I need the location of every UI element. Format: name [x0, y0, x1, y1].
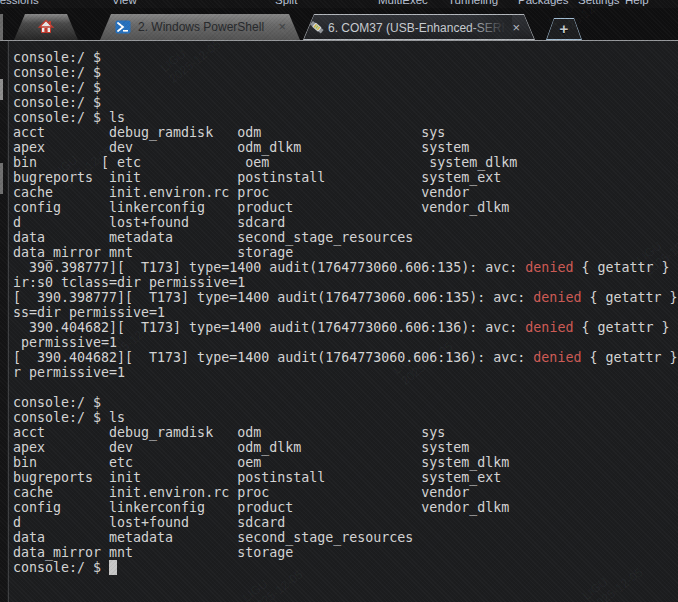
terminal-line: [ 390.404682][ T173] type=1400 audit(176…: [13, 350, 677, 365]
terminal-line: config linkerconfig product vendor_dlkm: [13, 200, 677, 215]
terminal-line: config linkerconfig product vendor_dlkm: [13, 500, 677, 515]
terminal-line: console:/ $: [13, 50, 677, 65]
serial-port-icon: [309, 19, 325, 35]
terminal-line: apex dev odm_dlkm system: [13, 440, 677, 455]
terminal-line: apex dev odm_dlkm system: [13, 140, 677, 155]
terminal-text: console:/ $console:/ $console:/ $console…: [13, 50, 677, 575]
tab-label: 2. Windows PowerShell: [138, 20, 264, 34]
terminal-line: d lost+found sdcard: [13, 515, 677, 530]
terminal-line: cache init.environ.rc proc vendor: [13, 485, 677, 500]
scrollbar-thumb[interactable]: [0, 79, 3, 100]
menu-item-tunneling[interactable]: Tunneling: [448, 0, 498, 6]
terminal-line: permissive=1: [13, 335, 677, 350]
menu-item-packages[interactable]: Packages: [518, 0, 569, 6]
close-icon[interactable]: ×: [278, 19, 286, 34]
terminal-line: cache init.environ.rc proc vendor: [13, 185, 677, 200]
terminal-line: [ 390.398777][ T173] type=1400 audit(176…: [13, 290, 677, 305]
terminal-line: data_mirror mnt storage: [13, 245, 677, 260]
terminal-line: [13, 380, 677, 395]
tab-com37-body: 6. COM37 (USB-Enhanced-SERIAL ×: [304, 15, 534, 39]
terminal-line: console:/ $: [13, 395, 677, 410]
terminal-line: bin etc oem system_dlkm: [13, 455, 677, 470]
menu-bar: SessionsViewSplitMultiExecTunnelingPacka…: [0, 0, 678, 8]
terminal-line: console:/ $ ls: [13, 410, 677, 425]
terminal-line: acct debug_ramdisk odm sys: [13, 125, 677, 140]
powershell-icon: [115, 19, 131, 35]
terminal-line: data metadata second_stage_resources: [13, 230, 677, 245]
terminal-line: d lost+found sdcard: [13, 215, 677, 230]
tab-bar-left-edge: [0, 14, 3, 40]
new-tab-body: +: [547, 19, 581, 39]
terminal-line: ir:s0 tclass=dir permissive=1: [13, 275, 677, 290]
menu-item-settings[interactable]: Settings: [578, 0, 620, 6]
new-tab-button[interactable]: +: [546, 18, 582, 40]
terminal-screen[interactable]: console:/ $console:/ $console:/ $console…: [0, 41, 678, 602]
tab-label-fade: [470, 15, 512, 41]
terminal-line: 390.404682][ T173] type=1400 audit(17647…: [13, 320, 677, 335]
terminal-line: console:/ $: [13, 95, 677, 110]
menu-item-sessions[interactable]: Sessions: [0, 0, 39, 6]
menu-item-help[interactable]: Help: [625, 0, 649, 6]
terminal-line: bugreports init postinstall system_ext: [13, 470, 677, 485]
tab-bar-underline: [0, 40, 678, 41]
terminal-line: bugreports init postinstall system_ext: [13, 170, 677, 185]
terminal-left-border: [8, 41, 9, 602]
terminal-line: acct debug_ramdisk odm sys: [13, 425, 677, 440]
terminal-line: 390.398777][ T173] type=1400 audit(17647…: [13, 260, 677, 275]
menu-item-split[interactable]: Split: [275, 0, 297, 6]
terminal-line: console:/ $: [13, 65, 677, 80]
terminal-line: data metadata second_stage_resources: [13, 530, 677, 545]
close-icon[interactable]: ×: [512, 20, 520, 35]
terminal-line: console:/ $: [13, 80, 677, 95]
scrollbar-thumb[interactable]: [0, 163, 3, 194]
terminal-line: data_mirror mnt storage: [13, 545, 677, 560]
terminal-line: r permissive=1: [13, 365, 677, 380]
scrollbar-track[interactable]: [0, 41, 7, 602]
terminal-line: console:/ $: [13, 560, 677, 575]
menu-item-multiexec[interactable]: MultiExec: [378, 0, 428, 6]
tab-com37-serial[interactable]: 6. COM37 (USB-Enhanced-SERIAL ×: [303, 14, 535, 40]
tab-windows-powershell[interactable]: 2. Windows PowerShell ×: [100, 14, 300, 40]
menu-item-view[interactable]: View: [112, 0, 137, 6]
plus-icon: +: [560, 20, 569, 37]
terminal-line: bin [ etc oem system_dlkm: [13, 155, 677, 170]
home-icon: [38, 19, 54, 35]
tab-bar: 2. Windows PowerShell × 6. COM37 (USB-En…: [0, 8, 678, 41]
terminal-line: console:/ $ ls: [13, 110, 677, 125]
tab-home[interactable]: [14, 14, 78, 40]
terminal-line: ss=dir permissive=1: [13, 305, 677, 320]
